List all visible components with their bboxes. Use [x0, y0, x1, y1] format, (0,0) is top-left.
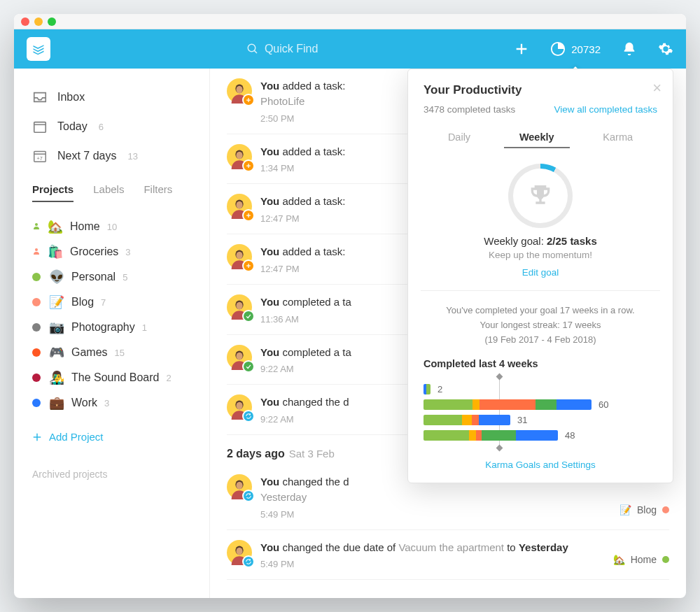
tab-projects[interactable]: Projects: [32, 183, 74, 202]
chart-bar-value: 60: [598, 399, 614, 410]
activity-project-tag[interactable]: 🏡Home: [613, 554, 669, 569]
activity-badge-add-icon: [242, 209, 255, 222]
add-project-button[interactable]: Add Project: [14, 422, 209, 451]
user-avatar: [227, 144, 252, 169]
project-item[interactable]: 🏡Home10: [14, 214, 209, 239]
user-avatar: [227, 244, 252, 269]
project-name: Blog: [71, 296, 94, 308]
shared-icon: [32, 245, 41, 258]
project-item[interactable]: 👨‍🎤The Sound Board2: [14, 365, 209, 390]
user-avatar: [227, 345, 252, 370]
svg-point-33: [236, 352, 242, 360]
chart-bar-row: 2: [424, 384, 657, 394]
sidebar-today-label: Today: [57, 120, 88, 133]
activity-badge-add-icon: [242, 259, 255, 272]
svg-line-1: [254, 50, 257, 53]
window-minimize-button[interactable]: [34, 17, 43, 26]
project-color-dot: [32, 373, 41, 382]
svg-point-0: [248, 44, 255, 52]
chart-bar-row: 31: [424, 415, 657, 425]
add-task-button[interactable]: [514, 41, 529, 57]
project-emoji: 👨‍🎤: [49, 370, 64, 385]
main-content: You added a task:PhotoLife 2:50 PM You a…: [210, 69, 686, 598]
momentum-text: Keep up the momentum!: [424, 250, 657, 260]
svg-point-37: [236, 482, 242, 490]
user-avatar: [227, 294, 252, 320]
activity-badge-sync-icon: [242, 410, 255, 422]
calendar-week-icon: +7: [32, 148, 48, 164]
project-item[interactable]: 🎮Games15: [14, 340, 209, 365]
svg-point-39: [236, 547, 242, 555]
project-count: 1: [142, 322, 147, 333]
project-emoji: 👽: [49, 269, 64, 285]
svg-point-23: [236, 201, 242, 209]
activity-badge-done-icon: [242, 360, 255, 373]
activity-badge-done-icon: [242, 310, 255, 322]
chart-bar-row: 48: [424, 430, 657, 441]
productivity-button[interactable]: 20732: [550, 41, 601, 57]
project-item[interactable]: 🛍️Groceries3: [14, 239, 209, 264]
window-titlebar: [14, 14, 686, 29]
chart-bar-row: 60: [424, 399, 657, 410]
project-name: The Sound Board: [71, 371, 159, 384]
tab-daily[interactable]: Daily: [433, 127, 486, 148]
popover-title: Your Productivity: [424, 83, 657, 97]
project-color-dot: [32, 273, 41, 281]
svg-text:+7: +7: [36, 155, 42, 162]
project-item[interactable]: 📷Photography1: [14, 315, 209, 340]
tab-filters[interactable]: Filters: [144, 183, 172, 202]
project-color-dot: [32, 348, 41, 357]
sidebar-today-count: 6: [99, 122, 104, 132]
project-count: 3: [125, 247, 130, 257]
project-count: 10: [107, 222, 117, 232]
activity-badge-sync-icon: [242, 490, 255, 502]
edit-goal-link[interactable]: Edit goal: [424, 267, 657, 278]
archived-projects[interactable]: Archived projects: [14, 451, 209, 497]
sidebar-inbox-label: Inbox: [57, 91, 85, 104]
close-popover-button[interactable]: ×: [652, 80, 662, 96]
tab-labels[interactable]: Labels: [93, 183, 124, 202]
tab-karma[interactable]: Karma: [587, 127, 648, 148]
search-placeholder: Quick Find: [265, 43, 318, 55]
sidebar-inbox[interactable]: Inbox: [14, 83, 209, 112]
trophy-progress: [424, 164, 657, 228]
settings-button[interactable]: [658, 41, 673, 57]
shared-icon: [32, 220, 41, 233]
trophy-icon: [526, 182, 554, 210]
project-count: 3: [104, 398, 109, 408]
chart-bar: [424, 399, 592, 410]
karma-icon: [550, 41, 566, 57]
chart-bar: [424, 384, 430, 394]
search-area[interactable]: Quick Find: [50, 43, 514, 55]
svg-rect-5: [34, 122, 46, 133]
sidebar-today[interactable]: Today 6: [14, 112, 209, 141]
window-close-button[interactable]: [21, 17, 29, 26]
search-icon: [246, 43, 259, 55]
app-logo[interactable]: [27, 37, 50, 61]
notifications-button[interactable]: [622, 41, 637, 57]
karma-settings-link[interactable]: Karma Goals and Settings: [424, 460, 657, 470]
sidebar-tabs: Projects Labels Filters: [14, 171, 209, 207]
project-emoji: 🏡: [48, 219, 63, 234]
popover-tabs: Daily Weekly Karma: [424, 127, 657, 148]
project-item[interactable]: 💼Work3: [14, 390, 209, 415]
activity-badge-add-icon: [242, 94, 255, 106]
project-count: 15: [115, 348, 125, 358]
project-name: Personal: [71, 271, 115, 283]
svg-point-15: [236, 86, 242, 94]
activity-project-tag[interactable]: 📝Blog: [620, 504, 669, 520]
project-count: 5: [122, 272, 127, 283]
project-name: Home: [70, 220, 100, 233]
view-all-completed-link[interactable]: View all completed tasks: [554, 104, 657, 115]
project-item[interactable]: 👽Personal5: [14, 264, 209, 290]
window-zoom-button[interactable]: [48, 17, 56, 26]
svg-point-31: [236, 302, 242, 310]
project-item[interactable]: 📝Blog7: [14, 290, 209, 315]
sidebar-next7days[interactable]: +7 Next 7 days 13: [14, 141, 209, 171]
plus-icon: [32, 432, 42, 442]
project-count: 7: [101, 297, 106, 308]
app-window: Quick Find 20732 Inbox: [14, 14, 686, 598]
tab-weekly[interactable]: Weekly: [504, 127, 570, 148]
svg-point-11: [35, 248, 38, 251]
project-color-dot: [32, 298, 41, 306]
